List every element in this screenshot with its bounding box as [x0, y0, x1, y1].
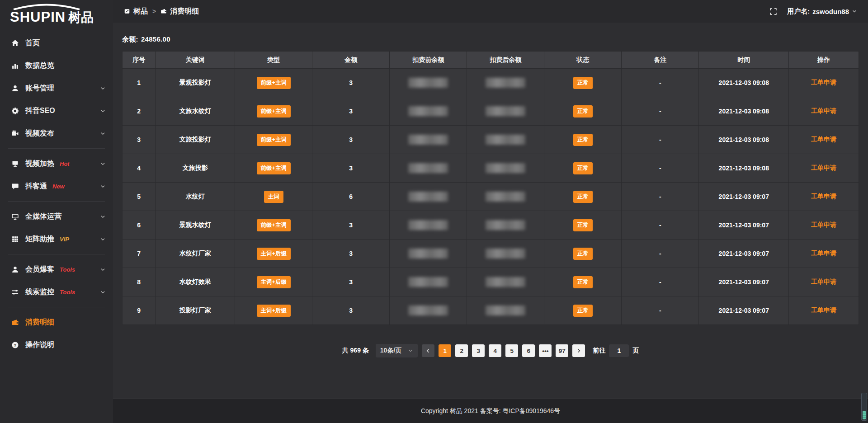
- breadcrumb-label: 消费明细: [170, 7, 199, 16]
- page-size-select[interactable]: 10条/页: [376, 344, 418, 357]
- username-label: 用户名:: [787, 7, 810, 16]
- copyright-text: Copyright 树品 2021 备案号: 粤ICP备09019646号: [421, 407, 560, 415]
- page-button-1[interactable]: 1: [439, 344, 451, 357]
- table-row: 9 投影灯厂家 主词+后缀 3 正常 - 2021-12-03 09:07 工单…: [123, 296, 859, 325]
- chevron-down-icon: [852, 9, 857, 14]
- sidebar-item-operation-guide[interactable]: ? 操作说明: [0, 334, 113, 356]
- page-button-4[interactable]: 4: [489, 344, 501, 357]
- page-button-3[interactable]: 3: [472, 344, 485, 357]
- work-order-link[interactable]: 工单申请: [811, 278, 836, 285]
- type-badge: 前缀+主词: [257, 105, 291, 118]
- breadcrumb-item-consumption[interactable]: 消费明细: [160, 7, 199, 16]
- page-button-5[interactable]: 5: [505, 344, 518, 357]
- chevron-down-icon: [100, 236, 106, 242]
- work-order-link[interactable]: 工单申请: [811, 107, 836, 114]
- user-menu[interactable]: 用户名: zswodun88: [787, 7, 857, 16]
- cell-action: 工单申请: [789, 154, 859, 183]
- grid-icon: [11, 235, 19, 243]
- sidebar-divider: [8, 148, 105, 149]
- work-order-link[interactable]: 工单申请: [811, 164, 836, 171]
- sidebar-menu: 首页 数据总览 账号管理 抖音SEO 视频发布 视频加热 Hot 抖客通 New: [0, 29, 113, 423]
- work-order-link[interactable]: 工单申请: [811, 306, 836, 314]
- table-header-row: 序号关键词类型金额扣费前余额扣费后余额状态备注时间操作: [123, 52, 859, 69]
- cell-action: 工单申请: [789, 240, 859, 268]
- prev-page-button[interactable]: [422, 344, 434, 357]
- cell-balance-before: [390, 126, 467, 154]
- sidebar-item-home[interactable]: 首页: [0, 32, 113, 54]
- table-row: 7 水纹灯厂家 主词+后缀 3 正常 - 2021-12-03 09:07 工单…: [123, 240, 859, 268]
- cell-index: 1: [123, 69, 156, 97]
- cell-type: 前缀+主词: [235, 69, 312, 97]
- chevron-down-icon: [100, 161, 106, 167]
- cell-keyword: 景观投影灯: [156, 69, 235, 97]
- status-badge: 正常: [573, 105, 593, 118]
- cell-remark: -: [622, 183, 699, 211]
- table-row: 6 景观水纹灯 前缀+主词 3 正常 - 2021-12-03 09:07 工单…: [123, 211, 859, 240]
- balance-label: 余额:: [122, 35, 138, 43]
- sidebar-item-lead-monitor[interactable]: 线索监控 Tools: [0, 281, 113, 303]
- cell-balance-before: [390, 296, 467, 325]
- sidebar-item-label: 首页: [25, 38, 40, 48]
- sidebar-item-member-burst[interactable]: 会员爆客 Tools: [0, 258, 113, 281]
- cell-amount: 6: [312, 183, 390, 211]
- blurred-value: [486, 249, 525, 258]
- cell-keyword: 景观水纹灯: [156, 211, 235, 240]
- table-row: 2 文旅水纹灯 前缀+主词 3 正常 - 2021-12-03 09:08 工单…: [123, 97, 859, 126]
- sidebar-item-data-overview[interactable]: 数据总览: [0, 54, 113, 77]
- fullscreen-icon[interactable]: [769, 8, 777, 15]
- cell-keyword: 水纹灯厂家: [156, 240, 235, 268]
- page-ellipsis-button[interactable]: •••: [539, 344, 552, 357]
- page-button-2[interactable]: 2: [455, 344, 468, 357]
- sidebar-item-video-heat[interactable]: 视频加热 Hot: [0, 152, 113, 175]
- work-order-link[interactable]: 工单申请: [811, 193, 836, 200]
- scroll-thumb[interactable]: [863, 411, 866, 419]
- status-badge: 正常: [573, 219, 593, 231]
- chevron-down-icon: [100, 214, 106, 220]
- blurred-value: [408, 192, 448, 202]
- work-order-link[interactable]: 工单申请: [811, 221, 836, 228]
- sidebar-item-matrix-boost[interactable]: 矩阵助推 VIP: [0, 228, 113, 250]
- sidebar-item-all-media-ops[interactable]: 全媒体运营: [0, 205, 113, 228]
- page-button-97[interactable]: 97: [556, 344, 568, 357]
- next-page-button[interactable]: [572, 344, 585, 357]
- bar-chart-icon: [11, 61, 19, 70]
- sidebar-item-consumption-detail[interactable]: 消费明细: [0, 311, 113, 334]
- content: 余额:24856.00 序号关键词类型金额扣费前余额扣费后余额状态备注时间操作 …: [113, 23, 868, 399]
- question-icon: ?: [11, 341, 19, 349]
- sidebar-badge: New: [52, 183, 65, 190]
- brand-logo: SHUPIN树品: [0, 0, 113, 29]
- sidebar-badge: Tools: [60, 289, 75, 296]
- column-header-4: 扣费前余额: [390, 52, 467, 69]
- sidebar-item-label: 抖音SEO: [25, 106, 55, 116]
- goto-page-input[interactable]: [609, 344, 629, 357]
- cell-balance-before: [390, 69, 467, 97]
- sidebar-item-account-manage[interactable]: 账号管理: [0, 77, 113, 99]
- work-order-link[interactable]: 工单申请: [811, 136, 836, 143]
- table-row: 8 水纹灯效果 主词+后缀 3 正常 - 2021-12-03 09:07 工单…: [123, 268, 859, 296]
- sidebar-item-label: 视频加热: [25, 159, 54, 169]
- cell-remark: -: [622, 211, 699, 240]
- chevron-down-icon: [100, 183, 106, 189]
- work-order-link[interactable]: 工单申请: [811, 249, 836, 257]
- work-order-link[interactable]: 工单申请: [811, 79, 836, 86]
- sidebar-item-douketong[interactable]: 抖客通 New: [0, 175, 113, 197]
- cell-action: 工单申请: [789, 296, 859, 325]
- sidebar-item-douyin-seo[interactable]: 抖音SEO: [0, 99, 113, 122]
- breadcrumb-label: 树品: [133, 7, 148, 16]
- breadcrumb-item-shupin[interactable]: 树品: [124, 7, 148, 16]
- user-icon: [11, 84, 19, 92]
- blurred-value: [486, 106, 525, 116]
- chevron-down-icon: [100, 85, 106, 91]
- status-badge: 正常: [573, 162, 593, 174]
- wallet-icon: [160, 8, 167, 14]
- blurred-value: [486, 277, 525, 287]
- cell-balance-before: [390, 211, 467, 240]
- cell-type: 前缀+主词: [235, 211, 312, 240]
- cell-balance-after: [467, 69, 544, 97]
- sidebar-item-video-publish[interactable]: 视频发布: [0, 122, 113, 145]
- sidebar-item-label: 账号管理: [25, 84, 54, 93]
- chevron-down-icon: [408, 348, 413, 353]
- floating-scroll-widget[interactable]: [861, 393, 867, 421]
- cell-status: 正常: [544, 240, 622, 268]
- page-button-6[interactable]: 6: [522, 344, 535, 357]
